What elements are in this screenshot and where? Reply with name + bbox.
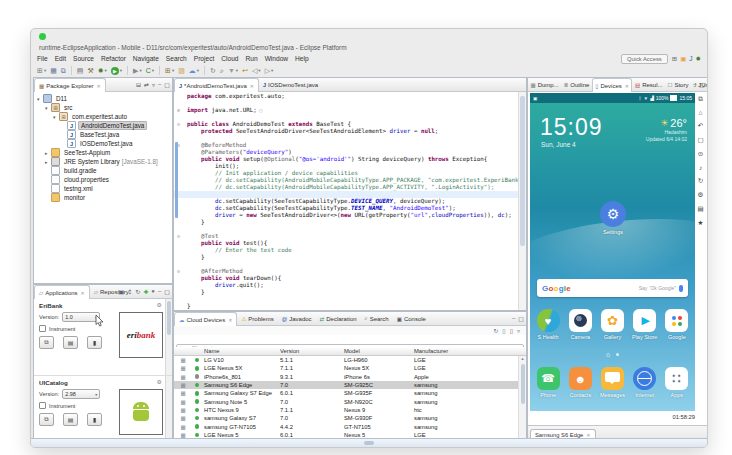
launch-app-button[interactable]: ⧉ [39,413,54,426]
column-manufacturer[interactable]: Manufacturer [414,348,526,354]
device-app-google[interactable]: Google [662,309,692,340]
menu-project[interactable]: Project [194,55,215,62]
sync-button[interactable]: ↻ [209,66,217,76]
search-button[interactable]: ⌕ [219,66,225,76]
device-row-samsung-gt-n7105[interactable]: ▦samsung GT-N71054.4.2GT-N7105samsung [174,422,526,430]
forward-button[interactable]: ▷▾ [264,66,275,76]
collapse-all-icon[interactable]: ⊟ [136,81,141,88]
power-icon[interactable]: ⊙ [698,150,703,158]
volume-icon[interactable]: ♪ [699,164,702,171]
device-app-gallery[interactable]: Gallery [597,309,627,340]
status-bar-grip[interactable] [364,441,374,445]
device-app-camera[interactable]: Camera [565,309,595,340]
debug-perspective-icon[interactable]: ✹ [696,55,701,63]
tree-item-com-experitest-auto[interactable]: ▾⊞com.experitest.auto [34,112,172,121]
view-menu-icon[interactable]: ▿ [152,81,155,88]
maximize-icon[interactable]: ▢ [699,81,705,88]
column-model[interactable]: Model [344,348,414,354]
device-app-s-health[interactable]: S Health [533,309,563,340]
java-perspective-icon[interactable]: J [689,55,692,63]
tab-package-explorer[interactable]: ▦ Package Explorer ✕ [34,78,106,92]
app-details-button[interactable]: ▤ [63,336,78,349]
back-icon[interactable]: ↶ [698,122,703,130]
tab-story[interactable]: ☐Story [665,78,691,91]
device-table-header[interactable]: NameVersionModelManufacturer [174,347,526,356]
menu-search[interactable]: Search [166,55,187,62]
tree-item-iosdemotest-java[interactable]: JIOSDemoTest.java [34,139,172,148]
tree-item-testng-xml[interactable]: testng.xml [34,184,172,193]
instrument-checkbox[interactable] [39,325,46,332]
tree-item-seetest-appium[interactable]: ▸SeeTest-Appium [34,148,172,157]
tree-item-basetest-java[interactable]: JBaseTest.java [34,130,172,139]
tree-item-androiddemotest-java[interactable]: JAndroidDemoTest.java [34,121,172,130]
fold-expand-icon[interactable]: ⊕ [177,107,185,114]
minimize-icon[interactable]: – [693,81,696,87]
google-search-bar[interactable]: Google Say “Ok Google” [537,279,688,297]
annotations-button[interactable]: ▼▾ [227,66,239,76]
maximize-icon[interactable]: ▢ [164,81,170,88]
seetest-perspective-icon[interactable]: ▣ [680,55,686,63]
tab-search[interactable]: ⌕Search [361,312,393,325]
cloud-button[interactable]: ☁▾ [188,66,200,76]
device-app-internet[interactable]: Internet [630,367,660,398]
back-button[interactable]: ◁▾ [251,66,262,76]
tab-problems[interactable]: ⚠Problems [237,312,277,325]
tab-javadoc[interactable]: @Javadoc [278,312,316,325]
new-button[interactable]: ⊞▾ [36,66,47,76]
tab-declaration[interactable]: ⇄Declaration [316,312,361,325]
tree-item-d11[interactable]: ▾D11 [34,94,172,103]
screenshot-icon[interactable]: ⧉ [698,95,703,103]
close-icon[interactable]: ✕ [228,317,232,323]
run-history-button[interactable]: ▶▾ [132,66,143,76]
tab-outline[interactable]: ≣Outline [561,78,592,91]
mic-icon[interactable] [679,285,683,292]
device-app-play-store[interactable]: Play Store [630,309,660,340]
menu-file[interactable]: File [37,55,48,62]
minimize-icon[interactable]: – [512,315,515,321]
link-with-editor-icon[interactable]: ⇄ [144,81,149,88]
version-select[interactable]: 2.98▾ [62,389,100,399]
devices-menu-icon[interactable]: ▿ [517,327,520,334]
menu-navigate[interactable]: Navigate [133,55,159,62]
add-android-app-icon[interactable]: ✚ [143,288,148,295]
add-ios-app-icon[interactable]: ● [151,288,155,294]
open-project-button[interactable]: ▨ [177,66,186,76]
device-row-htc-nexus-9[interactable]: ▦HTC Nexus 97.1.1Nexus 9htc [174,406,526,414]
favorite-icon[interactable]: ★ [698,219,704,227]
weather-widget[interactable]: ☀ 26° Hadashim Updated 6/4 14:02 [646,117,687,142]
app-settings-icon[interactable]: ⚙ [157,301,162,308]
maximize-icon[interactable]: ▢ [518,315,524,322]
code-editor[interactable]: package com.experitest.auto;⊕import java… [174,92,526,310]
app-details-button[interactable]: ▤ [63,413,78,426]
print-button[interactable]: ▤ [76,66,85,76]
debug-button[interactable]: ✹▾ [97,66,108,76]
minimize-icon[interactable]: – [158,288,161,294]
logs-icon[interactable]: ▤ [697,205,703,213]
run-button[interactable]: ▶▾ [110,67,123,75]
device-row-samsung-galaxy-s7-edge[interactable]: ▦Samsung Galaxy S7 Edge6.0.1SM-G935Fsams… [174,389,526,397]
uninstall-app-button[interactable]: ▮ [87,413,102,426]
device-screen[interactable]: ▣ ᛒ ▼ ▟ 100% 15:05 15:09 Sun, June 4 ☀ [530,93,695,411]
quick-access-box[interactable]: Quick Access [621,54,668,64]
tab-resul[interactable]: ▤Resul... [632,78,665,91]
tab-androiddemotest-java[interactable]: J*AndroidDemoTest.java✕ [174,78,259,92]
fold-collapse-icon[interactable]: ⊖ [177,268,185,275]
open-device-icon[interactable]: ▯ [502,327,505,334]
device-row-samsung-s6-edge[interactable]: ▦Samsung S6 Edge7.0SM-G925Csamsung [174,381,526,389]
settings-shortcut[interactable]: Settings [574,201,652,235]
window-control-dot[interactable] [39,33,46,40]
tab-console[interactable]: ▣Console [393,312,430,325]
uninstall-app-button[interactable]: ▮ [87,336,102,349]
device-app-messages[interactable]: Messages [597,367,627,398]
tab-devices[interactable]: ▯Devices✕ [592,78,633,92]
fold-collapse-icon[interactable]: ⊖ [177,233,185,240]
device-row-iphone6s-801[interactable]: ▦iPhone6s_8019.3.1iPhone 6sApple [174,373,526,381]
rotate-icon[interactable]: ↻ [698,177,703,185]
save-all-button[interactable]: ⧉ [60,66,67,76]
device-row-samsung-galaxy-s7[interactable]: ▦samsung Galaxy S77.0SM-G930Fsamsung [174,414,526,422]
tree-item-monitor[interactable]: monitor [34,193,172,202]
tab-applications[interactable]: ▱Applications✕ [34,285,90,299]
fold-collapse-icon[interactable]: ⊖ [177,142,185,149]
home-icon[interactable]: ⌂ [699,109,703,116]
refresh-devices-icon[interactable]: ↻ [493,327,498,334]
